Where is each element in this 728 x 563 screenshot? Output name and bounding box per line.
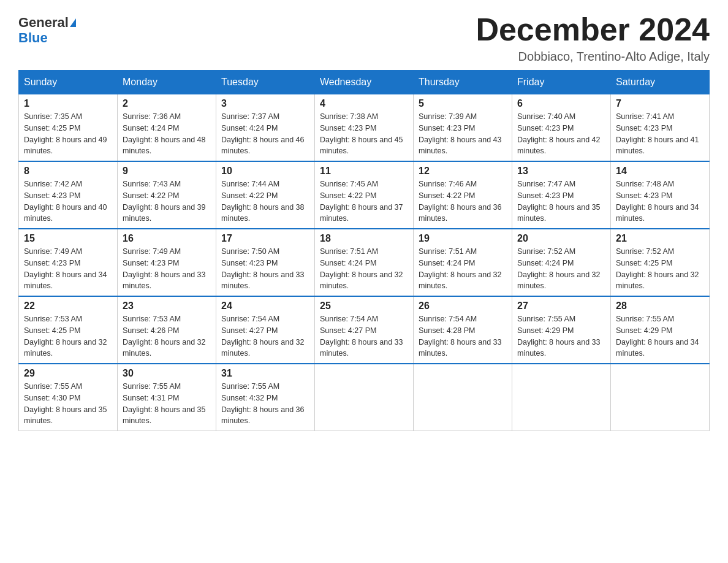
day-info: Sunrise: 7:53 AMSunset: 4:26 PMDaylight:… bbox=[123, 313, 211, 359]
day-number: 14 bbox=[616, 166, 704, 177]
day-info: Sunrise: 7:55 AMSunset: 4:31 PMDaylight:… bbox=[123, 381, 211, 427]
calendar-cell: 6Sunrise: 7:40 AMSunset: 4:23 PMDaylight… bbox=[512, 94, 611, 162]
calendar-cell: 25Sunrise: 7:54 AMSunset: 4:27 PMDayligh… bbox=[315, 296, 414, 364]
column-header-saturday: Saturday bbox=[611, 71, 710, 94]
day-info: Sunrise: 7:52 AMSunset: 4:24 PMDaylight:… bbox=[517, 246, 605, 292]
column-header-thursday: Thursday bbox=[414, 71, 512, 94]
logo-triangle-icon bbox=[70, 18, 76, 27]
day-number: 16 bbox=[123, 233, 211, 244]
day-info: Sunrise: 7:55 AMSunset: 4:30 PMDaylight:… bbox=[24, 381, 112, 427]
calendar-cell: 31Sunrise: 7:55 AMSunset: 4:32 PMDayligh… bbox=[216, 364, 315, 431]
logo-general: General bbox=[18, 15, 69, 30]
title-area: December 2024 Dobbiaco, Trentino-Alto Ad… bbox=[476, 12, 710, 64]
day-info: Sunrise: 7:50 AMSunset: 4:23 PMDaylight:… bbox=[221, 246, 309, 292]
calendar-cell: 4Sunrise: 7:38 AMSunset: 4:23 PMDaylight… bbox=[315, 94, 414, 162]
day-number: 18 bbox=[320, 233, 408, 244]
calendar-cell: 16Sunrise: 7:49 AMSunset: 4:23 PMDayligh… bbox=[118, 229, 216, 296]
calendar-cell: 15Sunrise: 7:49 AMSunset: 4:23 PMDayligh… bbox=[19, 229, 118, 296]
day-number: 22 bbox=[24, 301, 112, 312]
day-info: Sunrise: 7:39 AMSunset: 4:23 PMDaylight:… bbox=[419, 111, 507, 157]
day-info: Sunrise: 7:37 AMSunset: 4:24 PMDaylight:… bbox=[221, 111, 309, 157]
day-number: 23 bbox=[123, 301, 211, 312]
day-info: Sunrise: 7:55 AMSunset: 4:29 PMDaylight:… bbox=[517, 313, 605, 359]
day-info: Sunrise: 7:45 AMSunset: 4:22 PMDaylight:… bbox=[320, 178, 408, 224]
day-info: Sunrise: 7:53 AMSunset: 4:25 PMDaylight:… bbox=[24, 313, 112, 359]
column-header-sunday: Sunday bbox=[19, 71, 118, 94]
location: Dobbiaco, Trentino-Alto Adige, Italy bbox=[476, 50, 710, 64]
calendar-week-row: 15Sunrise: 7:49 AMSunset: 4:23 PMDayligh… bbox=[19, 229, 710, 296]
calendar-cell: 30Sunrise: 7:55 AMSunset: 4:31 PMDayligh… bbox=[118, 364, 216, 431]
column-header-friday: Friday bbox=[512, 71, 611, 94]
calendar-cell bbox=[611, 364, 710, 431]
day-info: Sunrise: 7:40 AMSunset: 4:23 PMDaylight:… bbox=[517, 111, 605, 157]
day-info: Sunrise: 7:35 AMSunset: 4:25 PMDaylight:… bbox=[24, 111, 112, 157]
column-header-tuesday: Tuesday bbox=[216, 71, 315, 94]
day-number: 10 bbox=[221, 166, 309, 177]
day-number: 19 bbox=[419, 233, 507, 244]
day-number: 12 bbox=[419, 166, 507, 177]
day-info: Sunrise: 7:52 AMSunset: 4:25 PMDaylight:… bbox=[616, 246, 704, 292]
day-number: 28 bbox=[616, 301, 704, 312]
calendar-cell bbox=[512, 364, 611, 431]
day-info: Sunrise: 7:55 AMSunset: 4:29 PMDaylight:… bbox=[616, 313, 704, 359]
calendar-cell: 14Sunrise: 7:48 AMSunset: 4:23 PMDayligh… bbox=[611, 161, 710, 229]
day-info: Sunrise: 7:44 AMSunset: 4:22 PMDaylight:… bbox=[221, 178, 309, 224]
month-title: December 2024 bbox=[476, 12, 710, 47]
day-info: Sunrise: 7:54 AMSunset: 4:27 PMDaylight:… bbox=[221, 313, 309, 359]
day-number: 17 bbox=[221, 233, 309, 244]
day-number: 20 bbox=[517, 233, 605, 244]
day-info: Sunrise: 7:49 AMSunset: 4:23 PMDaylight:… bbox=[24, 246, 112, 292]
day-info: Sunrise: 7:41 AMSunset: 4:23 PMDaylight:… bbox=[616, 111, 704, 157]
calendar-table: SundayMondayTuesdayWednesdayThursdayFrid… bbox=[18, 70, 710, 431]
calendar-week-row: 22Sunrise: 7:53 AMSunset: 4:25 PMDayligh… bbox=[19, 296, 710, 364]
calendar-cell: 23Sunrise: 7:53 AMSunset: 4:26 PMDayligh… bbox=[118, 296, 216, 364]
calendar-cell: 10Sunrise: 7:44 AMSunset: 4:22 PMDayligh… bbox=[216, 161, 315, 229]
column-header-wednesday: Wednesday bbox=[315, 71, 414, 94]
day-number: 8 bbox=[24, 166, 112, 177]
logo-blue: Blue bbox=[18, 30, 48, 46]
day-info: Sunrise: 7:42 AMSunset: 4:23 PMDaylight:… bbox=[24, 178, 112, 224]
day-number: 7 bbox=[616, 98, 704, 109]
day-number: 1 bbox=[24, 98, 112, 109]
calendar-cell: 18Sunrise: 7:51 AMSunset: 4:24 PMDayligh… bbox=[315, 229, 414, 296]
calendar-cell: 28Sunrise: 7:55 AMSunset: 4:29 PMDayligh… bbox=[611, 296, 710, 364]
day-number: 25 bbox=[320, 301, 408, 312]
day-info: Sunrise: 7:55 AMSunset: 4:32 PMDaylight:… bbox=[221, 381, 309, 427]
day-info: Sunrise: 7:54 AMSunset: 4:28 PMDaylight:… bbox=[419, 313, 507, 359]
day-number: 27 bbox=[517, 301, 605, 312]
day-number: 26 bbox=[419, 301, 507, 312]
day-number: 13 bbox=[517, 166, 605, 177]
day-info: Sunrise: 7:38 AMSunset: 4:23 PMDaylight:… bbox=[320, 111, 408, 157]
calendar-week-row: 29Sunrise: 7:55 AMSunset: 4:30 PMDayligh… bbox=[19, 364, 710, 431]
calendar-cell: 1Sunrise: 7:35 AMSunset: 4:25 PMDaylight… bbox=[19, 94, 118, 162]
calendar-cell: 22Sunrise: 7:53 AMSunset: 4:25 PMDayligh… bbox=[19, 296, 118, 364]
day-number: 5 bbox=[419, 98, 507, 109]
day-number: 3 bbox=[221, 98, 309, 109]
calendar-cell bbox=[414, 364, 512, 431]
calendar-cell bbox=[315, 364, 414, 431]
day-number: 4 bbox=[320, 98, 408, 109]
day-number: 11 bbox=[320, 166, 408, 177]
calendar-cell: 7Sunrise: 7:41 AMSunset: 4:23 PMDaylight… bbox=[611, 94, 710, 162]
day-info: Sunrise: 7:46 AMSunset: 4:22 PMDaylight:… bbox=[419, 178, 507, 224]
calendar-cell: 9Sunrise: 7:43 AMSunset: 4:22 PMDaylight… bbox=[118, 161, 216, 229]
day-number: 24 bbox=[221, 301, 309, 312]
calendar-cell: 29Sunrise: 7:55 AMSunset: 4:30 PMDayligh… bbox=[19, 364, 118, 431]
day-number: 2 bbox=[123, 98, 211, 109]
day-info: Sunrise: 7:54 AMSunset: 4:27 PMDaylight:… bbox=[320, 313, 408, 359]
calendar-cell: 5Sunrise: 7:39 AMSunset: 4:23 PMDaylight… bbox=[414, 94, 512, 162]
day-number: 31 bbox=[221, 368, 309, 379]
day-number: 6 bbox=[517, 98, 605, 109]
calendar-cell: 21Sunrise: 7:52 AMSunset: 4:25 PMDayligh… bbox=[611, 229, 710, 296]
calendar-cell: 24Sunrise: 7:54 AMSunset: 4:27 PMDayligh… bbox=[216, 296, 315, 364]
day-info: Sunrise: 7:36 AMSunset: 4:24 PMDaylight:… bbox=[123, 111, 211, 157]
day-info: Sunrise: 7:49 AMSunset: 4:23 PMDaylight:… bbox=[123, 246, 211, 292]
calendar-cell: 13Sunrise: 7:47 AMSunset: 4:23 PMDayligh… bbox=[512, 161, 611, 229]
day-info: Sunrise: 7:51 AMSunset: 4:24 PMDaylight:… bbox=[320, 246, 408, 292]
column-header-monday: Monday bbox=[118, 71, 216, 94]
day-number: 15 bbox=[24, 233, 112, 244]
calendar-week-row: 1Sunrise: 7:35 AMSunset: 4:25 PMDaylight… bbox=[19, 94, 710, 162]
day-info: Sunrise: 7:43 AMSunset: 4:22 PMDaylight:… bbox=[123, 178, 211, 224]
day-number: 9 bbox=[123, 166, 211, 177]
calendar-cell: 8Sunrise: 7:42 AMSunset: 4:23 PMDaylight… bbox=[19, 161, 118, 229]
